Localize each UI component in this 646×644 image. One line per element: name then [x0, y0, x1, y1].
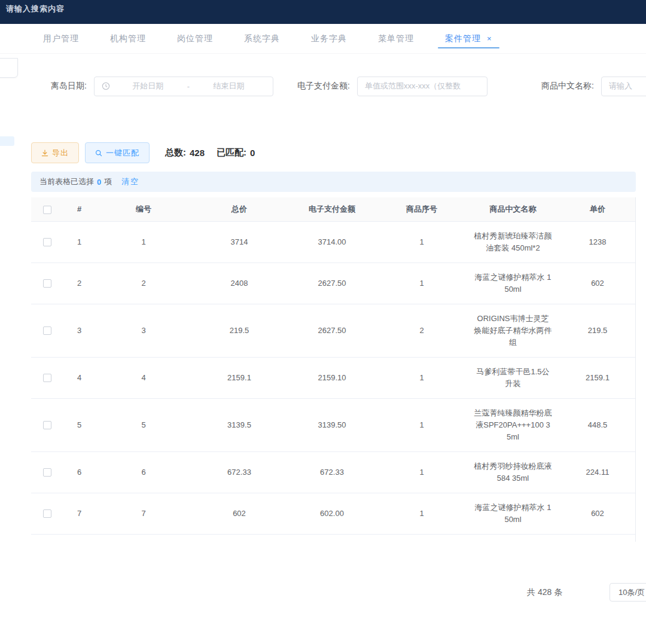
table-row[interactable]: 8 8 1898.47 1898.47 1 卡诗菁纯亮泽经典香氛 632.49 — [31, 534, 636, 542]
cell-product-seq: 1 — [377, 534, 467, 542]
amount-input[interactable]: 单值或范围xxx-xxx（仅整数 — [357, 77, 487, 96]
row-checkbox[interactable] — [43, 279, 51, 288]
tab-label: 菜单管理 — [378, 33, 414, 44]
cell-unit-price: 2159.1 — [559, 357, 636, 398]
row-checkbox-cell — [31, 304, 63, 357]
tab-label: 业务字典 — [311, 33, 347, 44]
cell-product-seq: 1 — [377, 263, 467, 304]
cell-index: 6 — [63, 451, 96, 493]
tab-label: 用户管理 — [43, 33, 79, 44]
selection-prefix: 当前表格已选择 — [39, 176, 94, 187]
tab-item[interactable]: 机构管理 — [95, 24, 162, 53]
cell-index: 3 — [63, 304, 96, 357]
cell-product-seq: 1 — [377, 493, 467, 534]
edge-button-stub[interactable] — [0, 136, 14, 146]
date-end-input[interactable]: 结束日期 — [192, 81, 266, 91]
column-header: 单价 — [559, 197, 636, 221]
export-button[interactable]: 导出 — [31, 142, 79, 163]
table-row[interactable]: 3 3 219.5 2627.50 2 ORIGINS韦博士灵芝焕能好底子精华水… — [31, 304, 636, 357]
tab-item[interactable]: 岗位管理 — [162, 24, 228, 53]
tab-item[interactable]: 用户管理 — [28, 24, 95, 53]
one-click-match-button[interactable]: 一键匹配 — [85, 142, 150, 163]
tab-label: 岗位管理 — [177, 33, 213, 44]
total-value: 428 — [190, 148, 205, 158]
filter-row: 离岛日期: 开始日期 - 结束日期 电子支付金额: 单值或范围xxx-xxx（仅… — [0, 76, 646, 96]
cell-epay-amount: 1898.47 — [287, 534, 377, 542]
row-checkbox[interactable] — [43, 238, 51, 246]
table-row[interactable]: 1 1 3714 3714.00 1 植村秀新琥珀臻萃洁颜油套装 450ml*2… — [31, 221, 636, 263]
cell-epay-amount: 672.33 — [287, 451, 377, 493]
date-range-separator: - — [185, 82, 192, 91]
cell-product-name: 植村秀新琥珀臻萃洁颜油套装 450ml*2 — [467, 221, 559, 263]
tab-item[interactable]: 菜单管理 — [362, 24, 429, 53]
collapsed-panel-stub[interactable] — [0, 58, 18, 78]
date-range-picker[interactable]: 开始日期 - 结束日期 — [94, 77, 273, 96]
cell-total-price: 672.33 — [191, 451, 287, 493]
cell-code: 2 — [96, 263, 191, 304]
row-checkbox[interactable] — [43, 326, 51, 335]
search-icon — [95, 149, 102, 157]
row-checkbox[interactable] — [43, 509, 51, 518]
page-size-value: 10条/页 — [618, 587, 645, 598]
cell-product-name: 植村秀羽纱持妆粉底液 584 35ml — [467, 451, 559, 493]
cell-total-price: 219.5 — [191, 304, 287, 357]
tab-item[interactable]: 系统字典 — [228, 24, 295, 53]
table-row[interactable]: 2 2 2408 2627.50 1 海蓝之谜修护精萃水 150ml 602 — [31, 263, 636, 304]
cell-unit-price: 219.5 — [559, 304, 636, 357]
tab-label: 机构管理 — [110, 33, 146, 44]
column-header: 编号 — [96, 197, 191, 221]
match-button-label: 一键匹配 — [106, 148, 139, 158]
cell-code: 8 — [96, 534, 191, 542]
product-filter-group: 商品中文名称: 请输入 — [541, 76, 646, 96]
close-icon[interactable]: × — [487, 35, 492, 42]
cell-unit-price: 632.49 — [559, 534, 636, 542]
cell-unit-price: 602 — [559, 263, 636, 304]
global-search-input[interactable]: 请输入搜索内容 — [6, 4, 65, 14]
cell-epay-amount: 2627.50 — [287, 304, 377, 357]
cell-code: 1 — [96, 221, 191, 263]
product-filter-label: 商品中文名称: — [541, 81, 594, 91]
selection-suffix: 项 — [104, 176, 112, 187]
cell-total-price: 2408 — [191, 263, 287, 304]
page-size-select[interactable]: 10条/页 — [610, 583, 646, 602]
tab-item[interactable]: 案件管理 × — [429, 24, 508, 53]
row-checkbox[interactable] — [43, 421, 51, 429]
column-header: 商品序号 — [377, 197, 467, 221]
total-label: 总数: — [165, 147, 186, 158]
cell-index: 4 — [63, 357, 96, 398]
export-button-label: 导出 — [52, 148, 69, 158]
date-start-input[interactable]: 开始日期 — [111, 81, 185, 91]
tab-item[interactable]: 业务字典 — [295, 24, 362, 53]
download-icon — [41, 149, 48, 157]
column-header: 电子支付金额 — [287, 197, 377, 221]
pagination-total: 共 428 条 — [527, 587, 562, 598]
select-all-checkbox[interactable] — [43, 206, 51, 214]
table-row[interactable]: 4 4 2159.1 2159.10 1 马爹利蓝带干邑1.5公升装 2159.… — [31, 357, 636, 398]
cell-product-name: 兰蔻菁纯臻颜精华粉底液SPF20PA+++100 35ml — [467, 398, 559, 451]
clear-selection-link[interactable]: 清空 — [121, 176, 139, 187]
row-checkbox[interactable] — [43, 468, 51, 477]
tab-bar: 用户管理 机构管理 岗位管理 系统字典 业务字典 菜单管理 案件管理 × — [0, 24, 646, 54]
table-row[interactable]: 7 7 602 602.00 1 海蓝之谜修护精萃水 150ml 602 — [31, 493, 636, 534]
cell-unit-price: 602 — [559, 493, 636, 534]
table-row[interactable]: 5 5 3139.5 3139.50 1 兰蔻菁纯臻颜精华粉底液SPF20PA+… — [31, 398, 636, 451]
product-placeholder: 请输入 — [609, 81, 632, 91]
table-row[interactable]: 6 6 672.33 672.33 1 植村秀羽纱持妆粉底液 584 35ml … — [31, 451, 636, 493]
cell-total-price: 3714 — [191, 221, 287, 263]
cell-index: 1 — [63, 221, 96, 263]
cell-product-seq: 1 — [377, 398, 467, 451]
tab-label: 系统字典 — [244, 33, 280, 44]
cell-index: 8 — [63, 534, 96, 542]
row-checkbox-cell — [31, 451, 63, 493]
cell-index: 2 — [63, 263, 96, 304]
cell-product-seq: 1 — [377, 357, 467, 398]
cell-product-seq: 1 — [377, 221, 467, 263]
cell-code: 5 — [96, 398, 191, 451]
cell-total-price: 2159.1 — [191, 357, 287, 398]
amount-filter-label: 电子支付金额: — [297, 81, 350, 91]
row-checkbox[interactable] — [43, 374, 51, 382]
cell-product-name: ORIGINS韦博士灵芝焕能好底子精华水两件组 — [467, 304, 559, 357]
cell-product-name: 马爹利蓝带干邑1.5公升装 — [467, 357, 559, 398]
product-name-input[interactable]: 请输入 — [601, 77, 646, 96]
cell-total-price: 3139.5 — [191, 398, 287, 451]
